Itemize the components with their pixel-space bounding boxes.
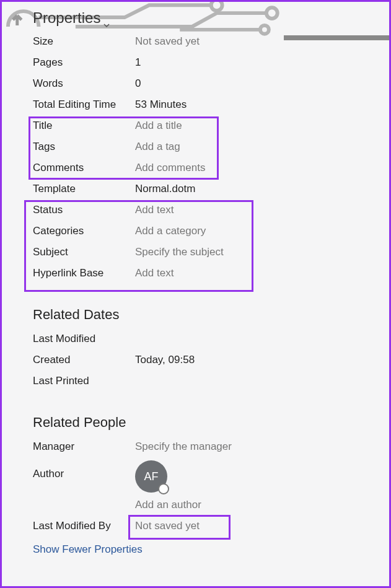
related-people-heading: Related People — [33, 392, 358, 437]
manager-label: Manager — [33, 441, 135, 453]
subject-label: Subject — [33, 246, 135, 258]
status-field[interactable]: Add text — [135, 204, 174, 216]
add-author-field[interactable]: Add an author — [135, 499, 201, 511]
size-label: Size — [33, 35, 135, 48]
words-label: Words — [33, 77, 135, 90]
author-avatar[interactable]: AF — [135, 460, 167, 493]
tags-label: Tags — [33, 141, 135, 153]
tags-field[interactable]: Add a tag — [135, 141, 180, 153]
subject-field[interactable]: Specify the subject — [135, 246, 224, 258]
hyperlink-base-label: Hyperlink Base — [33, 267, 135, 279]
related-dates-heading: Related Dates — [33, 284, 358, 329]
title-label: Title — [33, 120, 135, 132]
last-modified-by-label: Last Modified By — [33, 520, 135, 532]
pages-label: Pages — [33, 56, 135, 69]
created-value: Today, 09:58 — [135, 354, 195, 366]
chevron-down-icon — [103, 15, 110, 23]
author-initials: AF — [144, 470, 158, 483]
comments-label: Comments — [33, 162, 135, 174]
properties-dropdown[interactable]: Properties — [33, 9, 110, 27]
size-value: Not saved yet — [135, 35, 200, 48]
template-value: Normal.dotm — [135, 183, 195, 195]
editing-time-value: 53 Minutes — [135, 99, 187, 111]
last-modified-by-value: Not saved yet — [135, 520, 200, 532]
show-fewer-properties-link[interactable]: Show Fewer Properties — [33, 537, 143, 556]
last-modified-label: Last Modified — [33, 333, 135, 345]
categories-field[interactable]: Add a category — [135, 225, 206, 237]
hyperlink-base-field[interactable]: Add text — [135, 267, 174, 279]
last-printed-label: Last Printed — [33, 375, 135, 387]
status-label: Status — [33, 204, 135, 216]
categories-label: Categories — [33, 225, 135, 237]
words-value: 0 — [135, 77, 141, 90]
presence-icon — [158, 483, 169, 494]
title-field[interactable]: Add a title — [135, 120, 182, 132]
author-label: Author — [33, 460, 135, 480]
editing-time-label: Total Editing Time — [33, 99, 135, 111]
manager-field[interactable]: Specify the manager — [135, 441, 232, 453]
created-label: Created — [33, 354, 135, 366]
panel-title: Properties — [33, 9, 100, 27]
pages-value: 1 — [135, 56, 141, 69]
comments-field[interactable]: Add comments — [135, 162, 205, 174]
template-label: Template — [33, 183, 135, 195]
